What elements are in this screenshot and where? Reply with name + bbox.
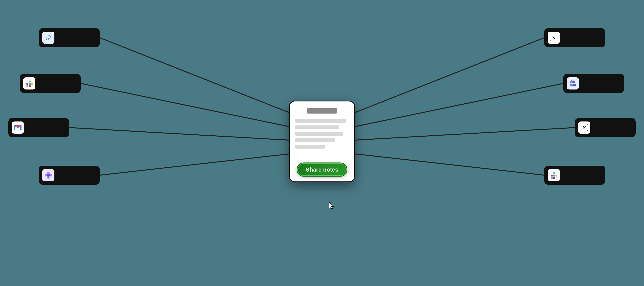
svg-rect-32: [551, 175, 553, 176]
slack-left-icon: [23, 77, 36, 90]
cursor: [328, 202, 335, 211]
note-line-4: [295, 138, 335, 142]
pill-bezel: [39, 166, 100, 185]
pill-notion-2: N: [575, 118, 636, 137]
gmail-icon: [12, 122, 24, 134]
pill-notion-right: N: [544, 28, 605, 47]
svg-line-7: [341, 152, 544, 175]
note-line-3: [295, 132, 343, 136]
svg-line-0: [100, 38, 303, 118]
svg-point-26: [570, 80, 573, 83]
note-line-5: [295, 145, 325, 149]
svg-rect-34: [553, 175, 555, 176]
note-line-2: [295, 125, 339, 129]
svg-rect-13: [26, 85, 28, 87]
notion-right-icon: N: [548, 32, 560, 44]
svg-rect-12: [29, 85, 31, 87]
teams-icon: [567, 77, 579, 90]
svg-line-6: [341, 128, 575, 141]
pill-teams: [563, 74, 624, 93]
svg-rect-37: [551, 177, 553, 179]
svg-line-1: [81, 83, 303, 129]
pill-gmail: [8, 118, 69, 137]
svg-text:N: N: [583, 125, 586, 130]
svg-point-19: [47, 174, 50, 177]
svg-line-3: [100, 152, 303, 175]
svg-rect-10: [29, 83, 31, 85]
note-line-1: [295, 119, 346, 123]
note-title-bar: [307, 108, 337, 114]
svg-line-4: [341, 38, 544, 118]
svg-rect-8: [26, 83, 28, 85]
scene: N N: [0, 0, 644, 286]
share-notes-button[interactable]: Share notes: [297, 163, 347, 176]
notion-2-icon: N: [578, 122, 590, 134]
svg-rect-36: [553, 177, 555, 179]
svg-rect-11: [31, 83, 33, 85]
note-card: Share notes: [290, 102, 354, 181]
pill-slack-right: [544, 166, 605, 185]
svg-point-27: [573, 81, 575, 83]
svg-line-2: [69, 128, 303, 141]
svg-line-5: [341, 83, 563, 129]
svg-rect-33: [553, 172, 555, 174]
slack-right-icon: [548, 169, 560, 181]
pill-link: [39, 28, 100, 47]
bezel-icon: [42, 169, 54, 181]
svg-text:N: N: [552, 36, 555, 40]
note-lines: [295, 119, 349, 159]
svg-rect-9: [29, 81, 31, 83]
link-icon: [42, 32, 54, 44]
svg-rect-35: [556, 175, 558, 176]
svg-rect-29: [573, 84, 576, 86]
pill-slack-left: [20, 74, 81, 93]
